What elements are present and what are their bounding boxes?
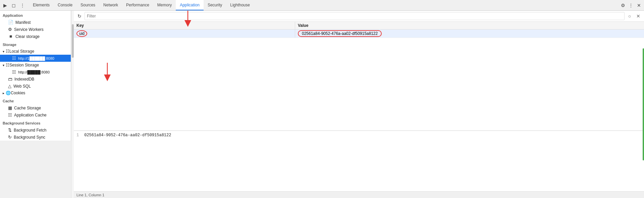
background-sync-icon: ↻ xyxy=(8,135,12,140)
table-header: Key Value xyxy=(74,22,644,30)
sidebar-scrollbar[interactable] xyxy=(71,11,74,198)
application-cache-icon: ☷ xyxy=(8,112,12,117)
sidebar-item-background-fetch[interactable]: ⇅ Background Fetch xyxy=(0,127,71,134)
service-workers-icon: ⚙ xyxy=(8,27,12,32)
sidebar: Application 📄 Manifest ⚙ Service Workers… xyxy=(0,11,71,141)
tab-security[interactable]: Security xyxy=(204,0,226,10)
web-sql-icon: △ xyxy=(8,84,11,89)
table-row-empty xyxy=(74,38,644,131)
sidebar-section-background: Background Services xyxy=(0,118,71,127)
preview-line-number: 1 xyxy=(76,133,79,138)
clear-storage-icon: ◾ xyxy=(8,34,13,39)
inspect-element-button[interactable]: ▶ xyxy=(1,2,9,9)
sidebar-group-local-storage[interactable]: ☷ Local Storage xyxy=(0,48,71,55)
local-storage-chevron xyxy=(3,50,4,53)
background-fetch-icon: ⇅ xyxy=(8,128,12,133)
tab-performance[interactable]: Performance xyxy=(122,0,153,10)
preview-value: 02561a84-9052-476a-aa02-df50915a8122 xyxy=(84,133,171,138)
devtools-toolbar: ▶ ◻ ⋮ Elements Console Sources Network P… xyxy=(0,0,644,11)
main-layout: Application 📄 Manifest ⚙ Service Workers… xyxy=(0,11,644,198)
tab-elements[interactable]: Elements xyxy=(29,0,54,10)
close-devtools-button[interactable]: ✕ xyxy=(635,2,643,9)
cache-storage-icon: ▦ xyxy=(8,105,12,110)
resize-indicator[interactable] xyxy=(643,48,644,161)
preview-content: 102561a84-9052-476a-aa02-df50915a8122 xyxy=(74,131,644,191)
sidebar-item-web-sql[interactable]: △ Web SQL xyxy=(0,83,71,90)
content-area: ↻ ○ ✕ Key Value uid 02561a84-9052-476a-a… xyxy=(74,11,644,198)
tab-application[interactable]: Application xyxy=(176,0,204,10)
refresh-button[interactable]: ↻ xyxy=(76,12,83,20)
sidebar-group-session-storage[interactable]: ☷ Session Storage xyxy=(0,62,71,68)
sidebar-section-storage: Storage xyxy=(0,40,71,48)
table-col-key-header: Key xyxy=(74,22,295,29)
preview-area: 102561a84-9052-476a-aa02-df50915a8122 xyxy=(74,131,644,191)
devtools-right-icons: ⚙ ⋮ ✕ xyxy=(619,2,643,9)
sidebar-item-local-storage-url[interactable]: ☷ http://1██████:8080 xyxy=(0,55,71,62)
sidebar-item-manifest[interactable]: 📄 Manifest xyxy=(0,19,71,26)
tab-lighthouse[interactable]: Lighthouse xyxy=(226,0,254,10)
tab-network[interactable]: Network xyxy=(99,0,122,10)
cookies-chevron xyxy=(3,91,4,95)
manifest-icon: 📄 xyxy=(8,20,13,25)
session-storage-chevron xyxy=(3,63,4,67)
filter-bar: ↻ ○ ✕ xyxy=(74,11,644,22)
sidebar-group-cookies[interactable]: 🌐 Cookies xyxy=(0,90,71,96)
tab-console[interactable]: Console xyxy=(54,0,76,10)
sidebar-item-cache-storage[interactable]: ▦ Cache Storage xyxy=(0,104,71,111)
filter-close-button[interactable]: ✕ xyxy=(635,12,642,20)
filter-clear-regex-button[interactable]: ○ xyxy=(626,12,633,20)
table-row[interactable]: uid 02561a84-9052-476a-aa02-df50915a8122 xyxy=(74,30,644,38)
table-col-value-header: Value xyxy=(295,22,644,29)
session-storage-url-icon: ☷ xyxy=(12,69,16,75)
table-cell-value: 02561a84-9052-476a-aa02-df50915a8122 xyxy=(295,30,644,38)
tab-sources[interactable]: Sources xyxy=(76,0,99,10)
local-storage-icon: ☷ xyxy=(6,49,9,54)
status-text: Line 1, Column 1 xyxy=(76,193,104,197)
indexeddb-icon: 🗃 xyxy=(8,77,12,82)
table-cell-key: uid xyxy=(74,30,295,38)
tab-bar: Elements Console Sources Network Perform… xyxy=(29,0,619,10)
sidebar-item-service-workers[interactable]: ⚙ Service Workers xyxy=(0,26,71,33)
sidebar-item-session-storage-url[interactable]: ☷ http://█████:8080 xyxy=(0,68,71,76)
local-storage-url-icon: ☷ xyxy=(12,56,16,61)
session-storage-icon: ☷ xyxy=(6,63,9,67)
status-bar: Line 1, Column 1 xyxy=(74,191,644,198)
cookies-icon: 🌐 xyxy=(6,91,11,95)
sidebar-item-application-cache[interactable]: ☷ Application Cache xyxy=(0,111,71,118)
device-toolbar-button[interactable]: ◻ xyxy=(10,2,17,9)
sidebar-item-background-sync[interactable]: ↻ Background Sync xyxy=(0,134,71,141)
uid-value-highlight: 02561a84-9052-476a-aa02-df50915a8122 xyxy=(298,30,382,37)
sidebar-item-indexeddb[interactable]: 🗃 IndexedDB xyxy=(0,76,71,83)
more-tools-button[interactable]: ⋮ xyxy=(19,2,26,9)
sidebar-outer: Application 📄 Manifest ⚙ Service Workers… xyxy=(0,11,74,198)
filter-input[interactable] xyxy=(85,12,625,20)
uid-key-highlight: uid xyxy=(76,30,87,37)
toolbar-icons: ▶ ◻ ⋮ xyxy=(1,2,26,9)
sidebar-section-application: Application xyxy=(0,11,71,19)
sidebar-item-clear-storage[interactable]: ◾ Clear storage xyxy=(0,33,71,40)
table-body: uid 02561a84-9052-476a-aa02-df50915a8122 xyxy=(74,30,644,131)
settings-button[interactable]: ⚙ xyxy=(619,2,627,9)
tab-memory[interactable]: Memory xyxy=(153,0,176,10)
more-options-button[interactable]: ⋮ xyxy=(627,2,635,9)
sidebar-section-cache: Cache xyxy=(0,96,71,104)
